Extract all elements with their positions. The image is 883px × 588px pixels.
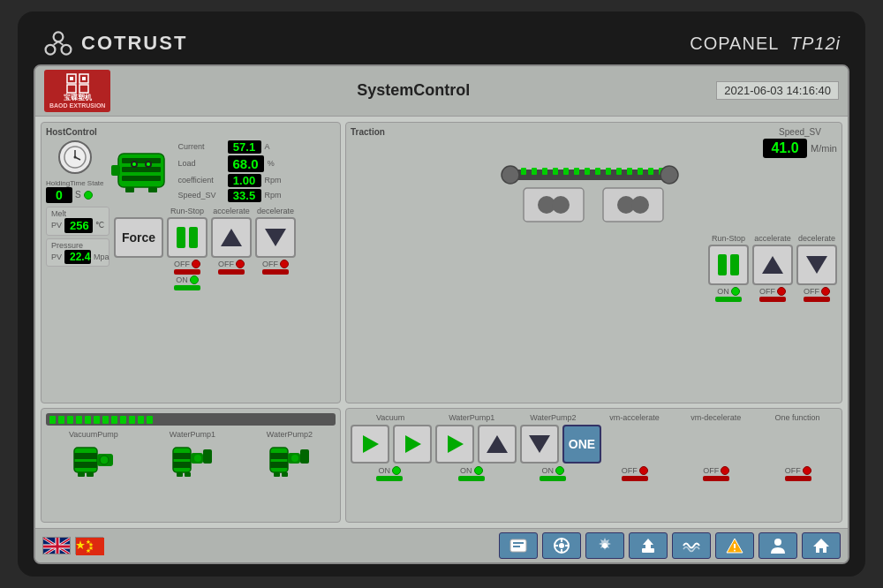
wp1-play-button[interactable] [393, 425, 432, 464]
flag-cn[interactable] [75, 537, 103, 554]
svg-rect-71 [177, 472, 183, 477]
screen: 宝碟塑机 BAOD EXTRUSION SystemControl 2021-0… [34, 64, 849, 564]
traction-header: Traction Speed_SV 41.0 M/min [351, 127, 837, 158]
water-pump1-icon [170, 441, 215, 479]
run-off-bar [174, 269, 200, 275]
traction-accel-status: OFF [752, 287, 793, 302]
settings-button[interactable] [585, 532, 624, 559]
svg-rect-73 [270, 448, 288, 472]
svg-point-116 [774, 539, 781, 546]
traction-btn-labels: Run-Stop accelerate decelerate [708, 234, 837, 243]
home-icon [811, 536, 831, 555]
traction-decel-off: OFF [804, 287, 819, 296]
pressure-unit: Mpa [94, 253, 109, 261]
vacuum-label: Vacuum [351, 413, 430, 422]
svg-rect-24 [125, 187, 134, 192]
traction-run-stop-button[interactable] [708, 245, 749, 285]
vac-accel-bar [622, 476, 648, 481]
motor-icon [109, 140, 173, 198]
vm-decel-button[interactable] [520, 425, 559, 464]
one-function-button[interactable]: ONE [562, 425, 601, 464]
decelerate-button[interactable] [255, 217, 296, 258]
svg-point-69 [194, 455, 201, 462]
conveyor-belt [46, 413, 336, 426]
control-icon [552, 536, 571, 555]
brand: COTRUST [42, 27, 187, 59]
svg-rect-19 [122, 176, 161, 181]
vm-accel-button[interactable] [478, 425, 517, 464]
vac-wp2-label: WaterPump2 [513, 413, 592, 422]
svg-rect-63 [78, 472, 85, 477]
traction-on-bar [715, 297, 742, 302]
traction-decelerate-button[interactable] [796, 245, 837, 285]
control-button[interactable] [542, 532, 581, 559]
flag-uk[interactable] [42, 537, 71, 554]
screen-body: HostControl [35, 117, 848, 528]
traction-on-label: ON [717, 287, 729, 296]
clock-svg [62, 144, 88, 170]
waves-button[interactable] [672, 532, 711, 559]
vac-decel-label: vm-decelerate [676, 413, 756, 422]
brand-name: COTRUST [81, 32, 187, 55]
alert-button[interactable] [715, 532, 754, 559]
vac-decel-status: OFF [677, 466, 756, 481]
vm-decel-icon [527, 432, 552, 456]
one-off-text: OFF [785, 466, 801, 475]
svg-rect-64 [87, 472, 94, 477]
svg-rect-42 [627, 168, 632, 175]
force-button[interactable]: Force [114, 217, 163, 258]
wp2-play-button[interactable] [435, 425, 474, 464]
speed-sv-unit: Rpm [265, 191, 282, 200]
svg-rect-67 [173, 462, 191, 468]
run-stop-button[interactable] [167, 217, 208, 258]
vacuum-play-icon [358, 432, 382, 456]
traction-speed-row: 41.0 M/min [763, 139, 837, 158]
bottom-controls: Melt PV 256 ℃ Pressure PV [46, 207, 336, 290]
upload-icon [638, 536, 658, 555]
host-btn-row: Force [114, 217, 296, 258]
vacuum-pump-icon [71, 441, 117, 479]
person-button[interactable] [758, 532, 797, 559]
wp1-on-bar [458, 476, 485, 481]
accelerate-button[interactable] [211, 217, 252, 258]
svg-rect-6 [70, 77, 73, 80]
traction-decel-led [821, 287, 830, 296]
upload-button[interactable] [629, 532, 668, 559]
clock-box: HoldingTime State 0 S [46, 140, 104, 203]
svg-rect-102 [513, 542, 524, 544]
vac-accel-led [639, 466, 648, 475]
model-name: COPANEL TP12i [690, 34, 841, 54]
motor-row: HoldingTime State 0 S [46, 140, 336, 203]
wp1-on-text: ON [460, 466, 472, 475]
svg-rect-60 [74, 462, 97, 468]
svg-rect-25 [148, 187, 157, 192]
svg-rect-37 [574, 168, 579, 175]
traction-accel-bar [759, 297, 786, 302]
load-label: Load [178, 159, 224, 168]
svg-marker-29 [265, 229, 286, 246]
svg-marker-57 [806, 256, 827, 274]
home-button[interactable] [802, 532, 841, 559]
run-off-label: OFF [174, 260, 190, 268]
svg-point-47 [660, 166, 678, 184]
decelerate-label: decelerate [255, 207, 296, 215]
wp1-play-icon [400, 432, 425, 456]
wp2-play-icon [442, 432, 467, 456]
svg-point-23 [147, 162, 150, 166]
accel-bar [218, 269, 245, 275]
svg-marker-117 [813, 539, 829, 553]
current-value: 57.1 [228, 140, 261, 154]
holding-led [84, 191, 93, 200]
svg-marker-56 [762, 256, 783, 274]
host65-button[interactable] [499, 532, 538, 559]
traction-accelerate-button[interactable] [752, 245, 793, 285]
vacuum-play-button[interactable] [351, 425, 389, 464]
svg-rect-40 [606, 168, 611, 175]
svg-rect-55 [730, 254, 739, 275]
water-pump1-label: WaterPump1 [170, 430, 215, 439]
right-panel: Traction Speed_SV 41.0 M/min [345, 122, 842, 403]
current-row: Current 57.1 A [178, 140, 336, 154]
melt-box: Melt PV 256 ℃ [46, 207, 109, 236]
vac-decel-off-text: OFF [703, 466, 719, 475]
traction-speed-value: 41.0 [763, 139, 807, 158]
